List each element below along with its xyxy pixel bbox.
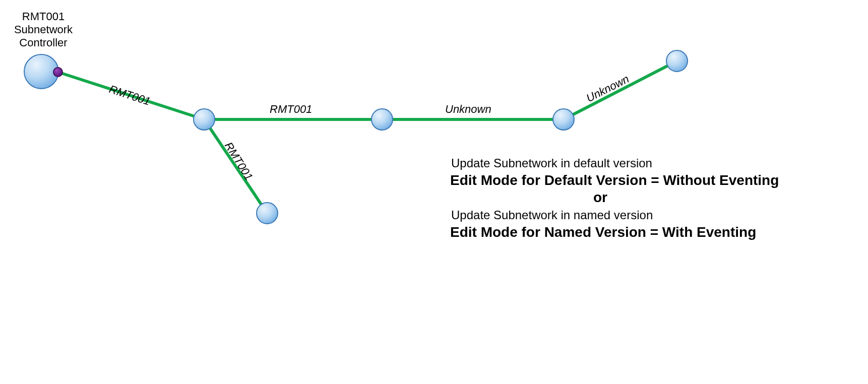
network-diagram: RMT001 RMT001 RMT001 Unknown Unknown RMT… (0, 0, 868, 384)
node-2 (194, 109, 215, 130)
node-3 (371, 109, 393, 130)
controller-label-line2: Subnetwork (14, 23, 73, 36)
caption-group: Update Subnetwork in default version Edi… (450, 156, 779, 240)
caption-line5: Edit Mode for Named Version = With Event… (450, 224, 756, 240)
edge-n4-to-n5 (564, 61, 677, 119)
node-5 (666, 50, 688, 72)
edges-group (58, 61, 677, 213)
controller-label-line1: RMT001 (22, 10, 65, 23)
node-controller-port (53, 68, 63, 77)
edge-label-2: RMT001 (270, 103, 312, 115)
node-4 (553, 109, 574, 130)
edge-label-1: RMT001 (107, 83, 152, 108)
caption-line2: Edit Mode for Default Version = Without … (450, 172, 779, 188)
caption-line3: or (593, 189, 607, 205)
nodes-group (24, 50, 688, 224)
node-6 (257, 203, 278, 224)
controller-label-line3: Controller (19, 36, 67, 49)
edge-label-3: RMT001 (222, 140, 256, 182)
edge-label-4: Unknown (445, 103, 491, 115)
controller-label-group: RMT001 Subnetwork Controller (14, 10, 73, 49)
caption-line4: Update Subnetwork in named version (451, 208, 653, 222)
caption-line1: Update Subnetwork in default version (451, 156, 652, 170)
